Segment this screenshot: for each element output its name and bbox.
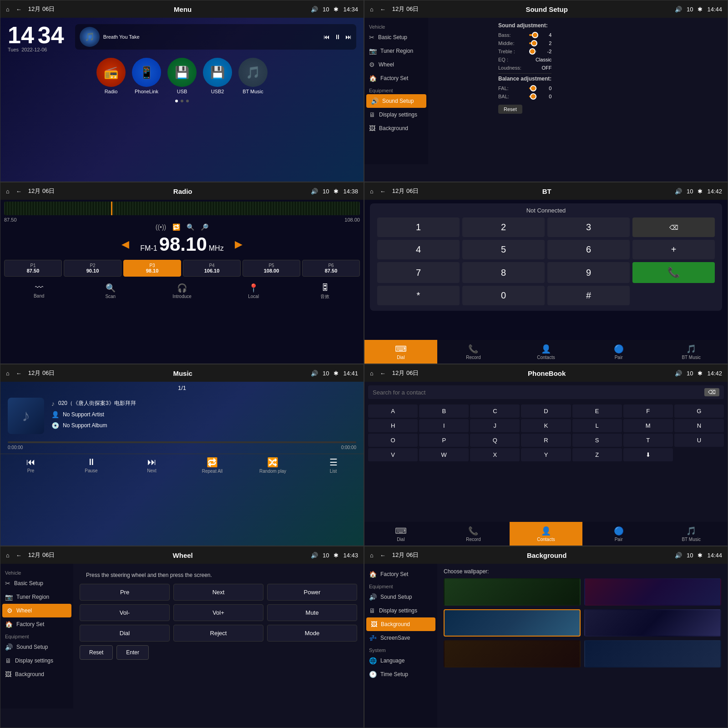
alpha-down[interactable]: ⬇: [623, 448, 673, 461]
music-btn-repeat[interactable]: 🔁 Repeat All: [182, 454, 243, 476]
preset-p4[interactable]: P4 106.10: [183, 260, 241, 277]
alpha-F[interactable]: F: [623, 404, 673, 418]
wheel-btn-mute[interactable]: Mute: [267, 604, 357, 621]
numpad-6[interactable]: 6: [547, 240, 630, 259]
preset-p6[interactable]: P6 87.50: [302, 260, 360, 277]
back-icon[interactable]: ←: [380, 188, 386, 195]
fal-slider[interactable]: [529, 87, 537, 89]
radio-btn-band[interactable]: 〰 Band: [4, 281, 74, 302]
pb-tab-contacts[interactable]: 👤 Contacts: [510, 522, 582, 546]
sidebar-display-settings[interactable]: 🖥 Display settings: [364, 108, 428, 121]
w-sidebar-basic-setup[interactable]: ✂ Basic Setup: [0, 576, 73, 590]
alpha-B[interactable]: B: [419, 404, 469, 418]
home-btn-usb2[interactable]: 💾 USB2: [203, 58, 232, 94]
wheel-btn-mode[interactable]: Mode: [267, 625, 357, 642]
wheel-btn-volup[interactable]: Vol+: [173, 604, 263, 621]
next-icon[interactable]: ⏭: [345, 33, 352, 40]
sidebar-basic-setup[interactable]: ✂ Basic Setup: [364, 30, 428, 44]
wallpaper-3[interactable]: [444, 609, 581, 637]
back-icon[interactable]: ←: [16, 552, 22, 559]
sidebar-background[interactable]: 🖼 Background: [364, 121, 428, 135]
wallpaper-1[interactable]: [444, 578, 581, 606]
alpha-Y[interactable]: Y: [521, 448, 571, 461]
bg-sidebar-factory[interactable]: 🏠 Factory Set: [364, 567, 437, 581]
bg-sidebar-background[interactable]: 🖼 Background: [366, 617, 435, 631]
home-music-widget[interactable]: 🎵 Breath You Take ⏮ ⏸ ⏭: [75, 24, 356, 50]
radio-next-arrow[interactable]: ▶: [231, 238, 246, 250]
alpha-E[interactable]: E: [572, 404, 622, 418]
music-btn-next[interactable]: ⏭ Next: [121, 454, 182, 476]
sidebar-sound-setup[interactable]: 🔊 Sound Setup: [366, 94, 426, 108]
music-btn-list[interactable]: ☰ List: [303, 454, 364, 476]
numpad-9[interactable]: 9: [547, 262, 630, 283]
home-icon[interactable]: ⌂: [370, 370, 374, 377]
bt-tab-pair[interactable]: 🔵 Pair: [582, 340, 655, 364]
search-input[interactable]: [373, 389, 701, 396]
home-btn-radio[interactable]: 📻 Radio: [96, 58, 126, 94]
mid-slider[interactable]: [529, 42, 537, 44]
alpha-W[interactable]: W: [419, 448, 469, 461]
alpha-Z[interactable]: Z: [572, 448, 622, 461]
w-sidebar-display[interactable]: 🖥 Display settings: [0, 654, 73, 667]
bg-sidebar-timesetup[interactable]: 🕐 Time Setup: [364, 667, 437, 681]
wheel-btn-voldwn[interactable]: Vol-: [80, 604, 170, 621]
preset-p2[interactable]: P2 90.10: [64, 260, 121, 277]
back-icon[interactable]: ←: [16, 6, 22, 13]
alpha-J[interactable]: J: [470, 419, 520, 432]
alpha-U[interactable]: U: [674, 434, 724, 447]
bass-slider[interactable]: [529, 34, 537, 36]
prev-icon[interactable]: ⏮: [324, 33, 330, 40]
alpha-M[interactable]: M: [623, 419, 673, 432]
progress-bar-track[interactable]: [8, 441, 356, 443]
alpha-R[interactable]: R: [521, 434, 571, 447]
play-pause-icon[interactable]: ⏸: [334, 33, 341, 40]
w-sidebar-bg[interactable]: 🖼 Background: [0, 667, 73, 681]
home-btn-phonelink[interactable]: 📱 PhoneLink: [132, 58, 161, 94]
numpad-4[interactable]: 4: [377, 240, 460, 259]
back-icon[interactable]: ←: [380, 370, 386, 377]
home-icon[interactable]: ⌂: [6, 188, 10, 195]
numpad-7[interactable]: 7: [377, 262, 460, 283]
radio-btn-eq[interactable]: 🎛 音效: [290, 281, 360, 302]
preset-p1[interactable]: P1 87.50: [4, 260, 62, 277]
wheel-enter-button[interactable]: Enter: [116, 645, 149, 660]
home-btn-btmusic[interactable]: 🎵 BT Music: [238, 58, 268, 94]
numpad-plus[interactable]: +: [632, 240, 715, 259]
radio-prev-arrow[interactable]: ◀: [118, 238, 133, 250]
bg-sidebar-screensave[interactable]: 💤 ScreenSave: [364, 631, 437, 645]
alpha-D[interactable]: D: [521, 404, 571, 418]
numpad-8[interactable]: 8: [462, 262, 545, 283]
sound-reset-button[interactable]: Reset: [498, 105, 522, 114]
treble-slider[interactable]: [529, 51, 537, 52]
alpha-T[interactable]: T: [623, 434, 673, 447]
numpad-1[interactable]: 1: [377, 217, 460, 237]
sidebar-tuner-region[interactable]: 📷 Tuner Region: [364, 44, 428, 58]
back-icon[interactable]: ←: [16, 370, 22, 377]
numpad-5[interactable]: 5: [462, 240, 545, 259]
radio-btn-introduce[interactable]: 🎧 Introduce: [147, 281, 217, 302]
numpad-del[interactable]: ⌫: [632, 217, 715, 237]
alpha-O[interactable]: O: [368, 434, 418, 447]
radio-btn-scan[interactable]: 🔍 Scan: [76, 281, 145, 302]
wallpaper-6[interactable]: [584, 640, 721, 667]
home-icon[interactable]: ⌂: [6, 552, 10, 559]
alpha-C[interactable]: C: [470, 404, 520, 418]
radio-btn-local[interactable]: 📍 Local: [219, 281, 288, 302]
alpha-V[interactable]: V: [368, 448, 418, 461]
wheel-btn-pre[interactable]: Pre: [80, 584, 170, 601]
alpha-L[interactable]: L: [572, 419, 622, 432]
home-icon[interactable]: ⌂: [370, 188, 374, 195]
alpha-H[interactable]: H: [368, 419, 418, 432]
bt-tab-dial[interactable]: ⌨ Dial: [364, 340, 437, 364]
search-del-button[interactable]: ⌫: [704, 388, 719, 396]
pb-tab-record[interactable]: 📞 Record: [437, 522, 510, 546]
home-icon[interactable]: ⌂: [370, 6, 374, 13]
bt-tab-record[interactable]: 📞 Record: [437, 340, 510, 364]
w-sidebar-sound[interactable]: 🔊 Sound Setup: [0, 640, 73, 654]
home-btn-usb[interactable]: 💾 USB: [167, 58, 197, 94]
home-icon[interactable]: ⌂: [6, 6, 10, 13]
bg-sidebar-display[interactable]: 🖥 Display settings: [364, 604, 437, 617]
sidebar-wheel[interactable]: ⚙ Wheel: [364, 58, 428, 71]
music-btn-random[interactable]: 🔀 Random play: [243, 454, 303, 476]
wallpaper-4[interactable]: [584, 609, 721, 637]
